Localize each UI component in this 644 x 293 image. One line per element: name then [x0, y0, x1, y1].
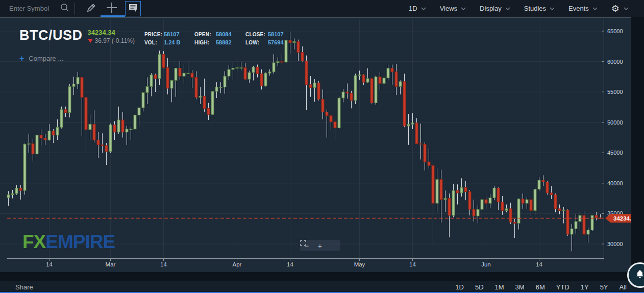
candle[interactable]: [415, 118, 418, 143]
search-icon[interactable]: [60, 3, 69, 14]
candle[interactable]: [334, 119, 336, 141]
candle[interactable]: [183, 65, 185, 84]
candle[interactable]: [97, 132, 100, 158]
range-3m[interactable]: 3M: [515, 283, 525, 291]
candle[interactable]: [489, 194, 491, 208]
candle[interactable]: [358, 70, 361, 80]
candle[interactable]: [89, 114, 91, 140]
candle[interactable]: [346, 83, 349, 99]
candle[interactable]: [146, 78, 148, 104]
candle[interactable]: [215, 82, 218, 98]
candle[interactable]: [571, 224, 573, 252]
candle[interactable]: [517, 199, 520, 230]
candle[interactable]: [68, 84, 71, 118]
candle[interactable]: [411, 113, 414, 129]
candle[interactable]: [391, 65, 393, 85]
candle[interactable]: [342, 89, 344, 102]
candle[interactable]: [566, 209, 569, 236]
menu-1d[interactable]: 1D: [409, 5, 426, 12]
candle[interactable]: [464, 181, 467, 200]
candle[interactable]: [350, 91, 353, 109]
candle[interactable]: [77, 72, 79, 89]
candle[interactable]: [509, 203, 512, 224]
candle[interactable]: [244, 63, 246, 80]
candle[interactable]: [452, 184, 455, 217]
candle[interactable]: [32, 139, 34, 161]
candle[interactable]: [15, 185, 18, 194]
candle[interactable]: [546, 181, 549, 194]
candle[interactable]: [130, 127, 132, 140]
candle[interactable]: [273, 54, 275, 74]
candle[interactable]: [195, 71, 197, 100]
candle[interactable]: [28, 134, 30, 153]
candle[interactable]: [207, 103, 210, 120]
menu-events[interactable]: Events: [568, 5, 598, 12]
candle[interactable]: [587, 228, 589, 243]
candle[interactable]: [48, 124, 51, 140]
candle[interactable]: [7, 191, 10, 206]
candle[interactable]: [117, 107, 120, 134]
candle[interactable]: [575, 214, 577, 234]
candle[interactable]: [407, 114, 410, 145]
candle[interactable]: [264, 72, 267, 86]
range-1m[interactable]: 1M: [495, 283, 504, 291]
candle[interactable]: [379, 72, 381, 90]
candle[interactable]: [542, 175, 544, 186]
range-1d[interactable]: 1D: [455, 283, 464, 291]
candle[interactable]: [554, 193, 557, 212]
menu-studies[interactable]: Studies: [524, 5, 555, 12]
candle[interactable]: [583, 210, 585, 235]
add-tool-button[interactable]: [102, 0, 122, 17]
candle[interactable]: [256, 65, 259, 78]
candle[interactable]: [60, 107, 63, 129]
candle[interactable]: [534, 187, 536, 215]
candle[interactable]: [199, 87, 202, 104]
candle[interactable]: [11, 190, 14, 199]
candle[interactable]: [456, 184, 459, 204]
candle[interactable]: [162, 51, 165, 68]
candle[interactable]: [595, 212, 598, 221]
candle[interactable]: [154, 74, 157, 92]
candle[interactable]: [383, 70, 385, 86]
candle[interactable]: [375, 76, 377, 105]
candle[interactable]: [579, 212, 581, 230]
candle[interactable]: [150, 73, 153, 96]
range-ytd[interactable]: YTD: [556, 283, 569, 291]
candle[interactable]: [44, 134, 46, 144]
candle[interactable]: [40, 129, 42, 145]
candle[interactable]: [591, 215, 593, 231]
range-6m[interactable]: 6M: [536, 283, 545, 291]
candle[interactable]: [477, 205, 479, 224]
candle[interactable]: [354, 74, 357, 104]
candle[interactable]: [317, 81, 320, 101]
candle[interactable]: [81, 77, 83, 136]
candle[interactable]: [436, 168, 438, 212]
range-5y[interactable]: 5Y: [600, 283, 608, 291]
candle[interactable]: [85, 97, 87, 153]
candle[interactable]: [211, 91, 214, 114]
candle[interactable]: [240, 62, 242, 71]
candle[interactable]: [419, 124, 422, 159]
candle[interactable]: [19, 185, 22, 200]
candle[interactable]: [191, 70, 193, 88]
candle[interactable]: [387, 65, 389, 81]
candle[interactable]: [105, 143, 108, 165]
range-1y[interactable]: 1Y: [581, 283, 589, 291]
fullscreen-button[interactable]: [328, 240, 338, 251]
candle[interactable]: [219, 82, 222, 93]
candle[interactable]: [260, 69, 263, 89]
candle[interactable]: [305, 56, 308, 110]
candle[interactable]: [370, 79, 373, 104]
zoom-in-button[interactable]: +: [315, 240, 325, 251]
candle[interactable]: [309, 76, 312, 97]
candle[interactable]: [321, 89, 324, 119]
candle[interactable]: [403, 74, 406, 127]
candle[interactable]: [23, 143, 26, 194]
candle[interactable]: [313, 79, 316, 102]
candle[interactable]: [138, 108, 140, 127]
candle[interactable]: [228, 65, 230, 80]
candle[interactable]: [134, 114, 136, 129]
range-5d[interactable]: 5D: [475, 283, 484, 291]
candle[interactable]: [236, 65, 238, 74]
candle[interactable]: [424, 142, 426, 170]
